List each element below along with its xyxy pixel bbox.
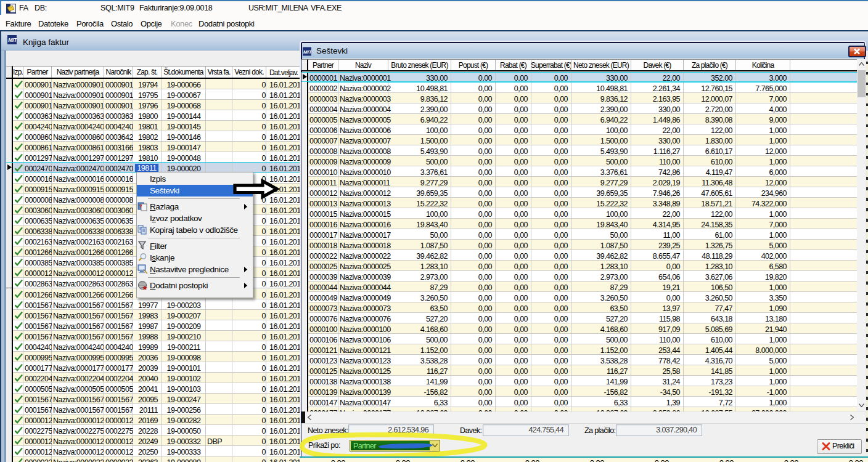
svg-text:?: ? xyxy=(139,203,142,209)
svg-text:IT: IT xyxy=(12,37,17,43)
svg-text:IT: IT xyxy=(307,49,311,55)
